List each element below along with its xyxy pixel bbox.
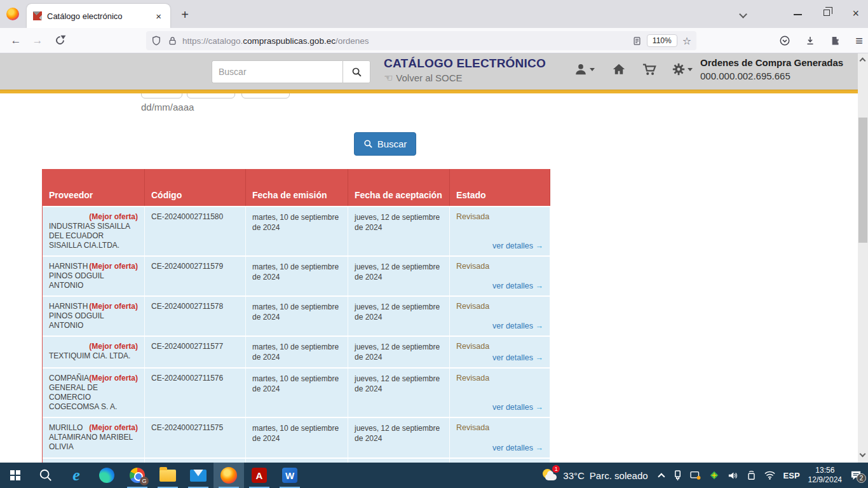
pocket-icon[interactable] [779,35,790,46]
buscar-button[interactable]: Buscar [354,132,416,156]
arrow-right-icon: → [536,241,544,250]
tab-close-icon[interactable]: × [153,11,164,22]
home-button[interactable] [612,62,626,76]
fecha-emision-cell: martes, 10 de septiembre de 2024 [246,257,348,295]
cart-icon [642,62,657,76]
downloads-icon[interactable] [804,35,816,46]
reload-button[interactable] [54,34,65,46]
fecha-aceptacion-cell: jueves, 12 de septiembre de 2024 [348,369,450,417]
status-badge: Revisada [456,423,543,432]
volume-icon[interactable] [728,471,738,480]
restore-button[interactable] [824,10,830,16]
back-button[interactable]: ← [5,34,27,47]
arrow-right-icon: → [536,322,544,330]
notification-count-badge: 2 [857,473,866,483]
cart-button[interactable] [642,62,657,76]
reader-mode-icon[interactable] [632,36,642,46]
search-icon [363,139,373,149]
keyboard-language[interactable]: ESP [783,471,800,480]
url-bar[interactable]: https://catalogo.compraspublicas.gob.ec/… [146,31,696,50]
ver-detalles-link[interactable]: ver detalles → [456,353,543,362]
clipped-filter-control[interactable] [187,93,235,98]
taskbar-chrome-button[interactable]: G [122,463,153,488]
start-button[interactable] [0,463,31,488]
vertical-scrollbar[interactable] [858,53,868,463]
ver-detalles-link[interactable]: ver detalles → [456,403,543,412]
fecha-aceptacion-cell: jueves, 12 de septiembre de 2024 [348,257,450,295]
date-input-placeholder[interactable]: dd/mm/aaaa [141,102,194,112]
dock-device-icon[interactable] [747,470,756,480]
browser-tab[interactable]: Catálogo electrónico × [27,4,170,28]
arrow-right-icon: → [536,444,544,452]
action-center-button[interactable]: 2 [850,470,862,480]
user-caret-icon [590,68,595,71]
catalog-search-group [212,60,370,83]
taskbar-search-button[interactable] [31,463,61,488]
taskbar-word-button[interactable]: W [275,463,305,488]
wifi-icon[interactable] [764,471,775,480]
arrow-right-icon: → [536,403,544,412]
window-close-button[interactable]: × [852,6,859,20]
arrow-right-icon: → [536,353,544,362]
estado-cell: Revisada ver detalles → [450,418,550,458]
weather-widget[interactable]: 1 33°C Parc. soleado [541,468,648,483]
usb-device-icon[interactable] [674,470,682,481]
ver-detalles-link[interactable]: ver detalles → [456,322,543,330]
proveedor-cell: (Mejor oferta)COMPAÑIA GENERAL DE COMERC… [43,369,145,417]
table-header-row: Proveedor Código Fecha de emisión Fecha … [43,169,550,206]
status-badge: Revisada [456,342,543,351]
fecha-aceptacion-cell: jueves, 12 de septiembre de 2024 [348,337,450,367]
minimize-button[interactable] [794,14,802,15]
new-tab-button[interactable]: + [177,6,193,23]
extensions-puzzle-icon[interactable] [830,35,841,46]
internet-explorer-icon: e [72,466,80,485]
taskbar-edge-button[interactable] [92,463,122,488]
user-menu-button[interactable] [574,62,595,76]
codigo-cell: CE-20240002711577 [145,337,246,367]
volver-soce-link[interactable]: ☜ Volver al SOCE [384,72,463,84]
status-badge: Revisada [456,374,543,383]
taskbar-explorer-button[interactable] [153,463,183,488]
clipped-filter-control[interactable] [241,93,290,98]
fecha-aceptacion-cell: jueves, 12 de septiembre de 2024 [348,207,450,255]
lock-icon[interactable] [168,36,177,46]
best-offer-badge: (Mejor oferta) [89,374,138,383]
scroll-up-arrow-icon[interactable] [860,58,866,64]
ver-detalles-link[interactable]: ver detalles → [456,281,543,290]
url-scheme: https://catalogo. [182,36,243,46]
antivirus-icon[interactable] [709,470,719,480]
shield-icon[interactable] [151,36,161,46]
page-title: CATÁLOGO ELECTRÓNICO [384,57,546,71]
status-badge: Revisada [456,212,543,221]
display-share-icon[interactable] [690,471,701,480]
scrollbar-thumb[interactable] [858,118,867,243]
taskbar-ie-button[interactable]: e [61,463,92,488]
menu-hamburger-icon[interactable]: ≡ [855,34,863,48]
clipped-filter-control[interactable] [141,93,182,98]
file-explorer-icon [159,470,176,482]
fecha-aceptacion-cell: jueves, 12 de septiembre de 2024 [348,297,450,336]
url-text[interactable]: https://catalogo.compraspublicas.gob.ec/… [182,36,632,46]
catalog-search-input[interactable] [212,60,342,83]
tray-expand-chevron-icon[interactable] [658,473,665,480]
volver-soce-label: Volver al SOCE [396,72,462,83]
catalog-search-button[interactable] [342,60,370,83]
home-icon [612,62,626,76]
ver-detalles-link[interactable]: ver detalles → [456,444,543,452]
taskbar-clock[interactable]: 13:56 12/9/2024 [808,466,842,485]
best-offer-badge: (Mejor oferta) [89,212,138,222]
forward-button[interactable]: → [27,34,48,47]
bookmark-star-icon[interactable]: ☆ [682,35,691,47]
proveedor-cell: (Mejor oferta)INDUSTRIAS SISAILLA DEL EC… [43,207,145,255]
ver-detalles-link[interactable]: ver detalles → [456,241,543,250]
scroll-down-arrow-icon[interactable] [860,451,866,458]
ver-detalles-label: ver detalles [492,322,533,330]
orders-number: 000.000.002.695.665 [700,69,853,83]
codigo-cell: CE-20240002711576 [145,369,246,417]
taskbar-firefox-button[interactable] [214,463,244,488]
settings-menu-button[interactable] [672,62,693,76]
list-tabs-chevron-icon[interactable] [739,10,747,18]
zoom-level-button[interactable]: 110% [647,34,677,47]
taskbar-acrobat-button[interactable]: A [244,463,275,488]
taskbar-mail-button[interactable] [183,463,214,488]
